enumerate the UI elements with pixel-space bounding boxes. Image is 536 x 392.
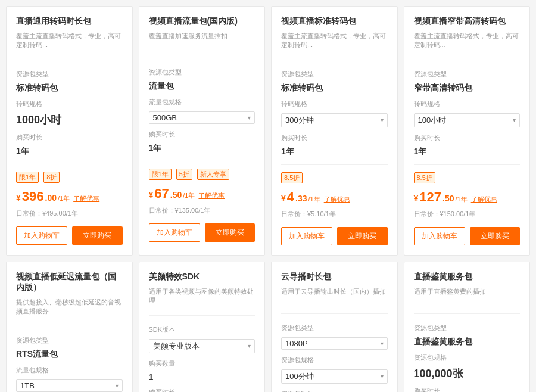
spec-value: 100,000张 <box>414 366 521 381</box>
price-main: 127 <box>419 189 441 205</box>
add-to-cart-button[interactable]: 加入购物车 <box>414 227 465 245</box>
action-buttons: 加入购物车 立即购买 <box>149 223 255 242</box>
resource-type-value: 标准转码包 <box>16 83 123 94</box>
card-desc: 覆盖主流直播转码格式，专业，高可定制转码... <box>16 32 123 50</box>
resource-type-label: SDK版本 <box>149 325 255 334</box>
price-decimal: .50 <box>442 194 454 203</box>
buy-now-button[interactable]: 立即购买 <box>72 226 122 245</box>
spec-select[interactable]: 500GB ▾ <box>149 111 255 124</box>
discount-link[interactable]: 了解优惠 <box>471 195 497 204</box>
card-desc: 覆盖主流直播转码格式，专业，高可定制转码... <box>281 32 388 50</box>
product-card-7: 云导播时长包 适用于云导播输出时长（国内）插扣 资源包类型 1080P ▾ 资源… <box>271 262 398 392</box>
spec-select[interactable]: 100分钟 ▾ <box>281 369 388 384</box>
divider2 <box>16 164 123 164</box>
resource-type-value: 标准转码包 <box>281 83 388 94</box>
card-desc: 覆盖直播加速服务流量插扣 <box>149 32 255 48</box>
purchase-length-value: 1年 <box>16 146 123 157</box>
spec-select[interactable]: 300分钟 ▾ <box>281 113 388 127</box>
price-row: ¥ 396 .00 /1年 了解优惠 <box>16 189 123 204</box>
resource-type-label: 资源包类型 <box>16 336 123 345</box>
divider <box>16 60 123 60</box>
product-card-1: 直播通用转码时长包 覆盖主流直播转码格式，专业，高可定制转码... 资源包类型 … <box>6 6 133 256</box>
original-price: 日常价：¥135.00/1年 <box>149 206 255 215</box>
resource-type-select[interactable]: 1080P ▾ <box>281 337 388 350</box>
spec-value: 500GB <box>153 113 177 122</box>
action-buttons: 加入购物车 立即购买 <box>414 227 521 245</box>
original-price: 日常价：¥495.00/1年 <box>16 209 123 218</box>
discount-badges: 限1年8折 <box>16 172 123 183</box>
divider <box>149 58 255 58</box>
spec-label: 资源包规格 <box>281 356 388 365</box>
add-to-cart-button[interactable]: 加入购物车 <box>149 223 200 242</box>
price-currency: ¥ <box>414 194 419 203</box>
add-to-cart-button[interactable]: 加入购物车 <box>281 227 332 245</box>
spec-select[interactable]: 100小时 ▾ <box>414 113 521 127</box>
card-title: 视频直播标准转码包 <box>281 16 388 27</box>
action-buttons: 加入购物车 立即购买 <box>281 227 388 245</box>
buy-now-button[interactable]: 立即购买 <box>337 227 387 245</box>
purchase-length-value: 1年 <box>149 143 255 154</box>
resource-type-value: RTS流量包 <box>16 349 123 360</box>
action-buttons: 加入购物车 立即购买 <box>16 226 123 245</box>
discount-badge: 5折 <box>176 169 192 180</box>
card-title: 视频直播低延迟流量包（国内版） <box>16 272 123 293</box>
purchase-length-value: 1 <box>149 372 255 382</box>
chevron-down-icon: ▾ <box>513 117 516 123</box>
spec-label: 转码规格 <box>16 99 123 108</box>
price-row: ¥ 67 .50 /1年 了解优惠 <box>149 186 255 201</box>
price-decimal: .00 <box>45 193 57 203</box>
chevron-down-icon: ▾ <box>381 373 384 379</box>
purchase-length2-label: 购买时长 <box>149 388 255 392</box>
chevron-down-icon: ▾ <box>248 343 251 349</box>
discount-link[interactable]: 了解优惠 <box>198 191 225 200</box>
divider <box>16 326 123 326</box>
resource-type-value: 窄带高清转码包 <box>414 83 521 94</box>
discount-badge: 8.5折 <box>414 172 435 183</box>
resource-type-value: 1080P <box>285 339 308 348</box>
purchase-length-label: 购买时长 <box>149 130 255 139</box>
purchase-length-label: 购买时长 <box>281 133 388 142</box>
chevron-down-icon: ▾ <box>381 340 384 347</box>
spec-label: 流量包规格 <box>149 98 255 107</box>
product-card-5: 视频直播低延迟流量包（国内版） 提供超接入、毫秒级超低延迟的音视频直播服务 资源… <box>6 262 133 392</box>
resource-type-select[interactable]: 美颜专业版本 ▾ <box>149 339 255 353</box>
price-decimal: .33 <box>295 194 307 203</box>
buy-now-button[interactable]: 立即购买 <box>205 223 255 242</box>
price-unit: /1年 <box>58 194 70 203</box>
purchase-length-value: 1年 <box>281 147 388 157</box>
resource-type-value: 美颜专业版本 <box>153 341 200 351</box>
spec-value: 1TB <box>20 381 35 390</box>
add-to-cart-button[interactable]: 加入购物车 <box>16 226 67 245</box>
product-card-2: 视频直播流量包(国内版) 覆盖直播加速服务流量插扣 资源包类型 流量包 流量包规… <box>139 6 266 256</box>
discount-badge: 限1年 <box>16 172 39 183</box>
card-title: 直播鉴黄服务包 <box>414 272 521 282</box>
purchase-length-value: 1年 <box>414 147 521 157</box>
original-price: 日常价：¥5.10/1年 <box>281 210 388 219</box>
discount-badge: 8折 <box>43 172 60 183</box>
discount-link[interactable]: 了解优惠 <box>324 195 350 204</box>
spec-select[interactable]: 1TB ▾ <box>16 379 123 392</box>
spec-value: 100小时 <box>418 115 447 126</box>
discount-link[interactable]: 了解优惠 <box>73 194 99 203</box>
card-desc: 覆盖主流直播转码格式，专业，高可定制转码... <box>414 32 521 50</box>
resource-type-label: 资源包类型 <box>16 70 123 79</box>
price-currency: ¥ <box>281 194 286 203</box>
discount-badges: 8.5折 <box>414 172 521 183</box>
purchase-length-label: 购买时长 <box>16 133 123 142</box>
card-desc: 适用于各类视频与图像的美颜特效处理 <box>149 287 255 306</box>
product-grid: 直播通用转码时长包 覆盖主流直播转码格式，专业，高可定制转码... 资源包类型 … <box>6 6 530 392</box>
price-unit: /1年 <box>308 195 320 204</box>
purchase-length-label: 资源包时效 <box>281 390 388 392</box>
price-row: ¥ 4 .33 /1年 了解优惠 <box>281 189 388 205</box>
resource-type-label: 资源包类型 <box>414 323 521 332</box>
price-main: 4 <box>287 189 294 205</box>
price-currency: ¥ <box>16 193 21 203</box>
discount-badges: 限1年5折新人专享 <box>149 169 255 180</box>
card-desc: 提供超接入、毫秒级超低延迟的音视频直播服务 <box>16 298 123 316</box>
divider2 <box>149 161 255 161</box>
resource-type-label: 资源包类型 <box>414 70 521 79</box>
card-title: 直播通用转码时长包 <box>16 16 123 27</box>
spec-label: 转码规格 <box>414 99 521 108</box>
buy-now-button[interactable]: 立即购买 <box>470 227 520 245</box>
spec-value: 300分钟 <box>285 115 314 126</box>
